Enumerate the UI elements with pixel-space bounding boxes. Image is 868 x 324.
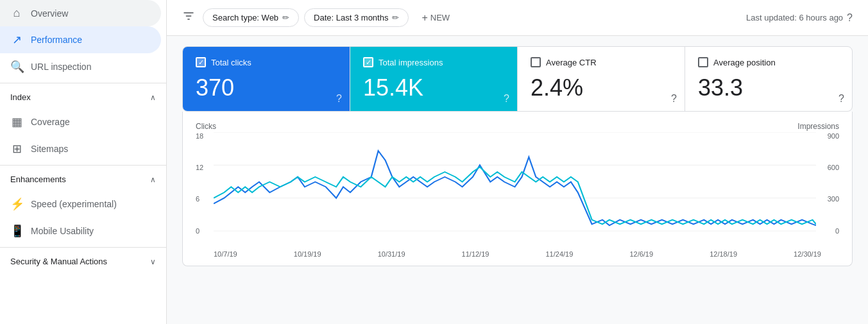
- home-icon: ⌂: [10, 6, 23, 20]
- metric-ctr-header: Average CTR: [531, 57, 672, 67]
- sidebar-item-label: Sitemaps: [31, 144, 68, 154]
- sidebar-item-label: URL inspection: [31, 62, 91, 72]
- y-axis-left-label: Clicks: [196, 122, 216, 131]
- sidebar-item-mobile-usability[interactable]: 📱 Mobile Usability: [0, 217, 161, 244]
- last-updated-info: Last updated: 6 hours ago ?: [746, 12, 853, 24]
- main-content: Search type: Web ✏ Date: Last 3 months ✏…: [167, 0, 868, 324]
- clicks-label: Total clicks: [211, 58, 251, 67]
- chevron-up-icon-2: ∧: [150, 175, 156, 184]
- sidebar-item-overview[interactable]: ⌂ Overview: [0, 0, 161, 26]
- sidebar-item-speed[interactable]: ⚡ Speed (experimental): [0, 191, 161, 217]
- search-type-button[interactable]: Search type: Web ✏: [203, 8, 299, 27]
- sidebar-item-label: Mobile Usability: [31, 226, 94, 236]
- search-icon: 🔍: [10, 60, 23, 74]
- sidebar-item-label: Coverage: [31, 117, 70, 127]
- topbar: Search type: Web ✏ Date: Last 3 months ✏…: [167, 0, 868, 36]
- trending-icon: ↗: [10, 33, 23, 47]
- x-label-4: 11/12/19: [462, 250, 489, 258]
- y-right-300: 300: [819, 195, 839, 203]
- x-label-5: 11/24/19: [546, 250, 574, 258]
- x-label-8: 12/30/19: [794, 250, 821, 258]
- chart-container: Clicks Impressions 18 12 6 0 900 600 300…: [182, 112, 853, 266]
- metric-card-clicks[interactable]: ✓ Total clicks 370 ?: [183, 47, 350, 111]
- chevron-up-icon: ∧: [150, 93, 156, 102]
- sidebar-item-label: Performance: [31, 35, 82, 45]
- y-right-600: 600: [819, 164, 839, 171]
- metric-card-impressions[interactable]: ✓ Total impressions 15.4K ?: [350, 47, 518, 111]
- clicks-help-icon[interactable]: ?: [336, 93, 342, 105]
- metric-impressions-header: ✓ Total impressions: [363, 57, 504, 67]
- position-label: Average position: [713, 58, 776, 67]
- impressions-help-icon[interactable]: ?: [504, 93, 509, 105]
- divider-3: [0, 247, 166, 248]
- performance-chart: [214, 132, 816, 232]
- coverage-icon: ▦: [10, 115, 23, 129]
- y-left-6: 6: [196, 195, 211, 203]
- section-enhancements-label: Enhancements: [10, 175, 66, 184]
- y-left-18: 18: [196, 132, 211, 140]
- position-help-icon[interactable]: ?: [838, 93, 844, 105]
- metric-card-position[interactable]: Average position 33.3 ?: [685, 47, 852, 111]
- edit-date-icon: ✏: [392, 13, 399, 22]
- speed-icon: ⚡: [10, 197, 23, 211]
- x-label-1: 10/7/19: [214, 250, 237, 258]
- metric-cards: ✓ Total clicks 370 ? ✓ Total impressions…: [182, 46, 853, 112]
- clicks-value: 370: [196, 75, 337, 101]
- divider-1: [0, 83, 166, 83]
- date-range-button[interactable]: Date: Last 3 months ✏: [304, 8, 409, 27]
- impressions-line: [214, 167, 816, 224]
- clicks-line: [214, 151, 816, 225]
- ctr-checkbox[interactable]: [531, 57, 541, 67]
- sidebar-item-label: Overview: [31, 8, 68, 19]
- impressions-label: Total impressions: [379, 58, 443, 67]
- sidebar-item-performance[interactable]: ↗ Performance: [0, 26, 161, 53]
- y-axis-right-label: Impressions: [797, 122, 839, 131]
- date-range-label: Date: Last 3 months: [314, 13, 388, 22]
- last-updated-text: Last updated: 6 hours ago: [746, 13, 843, 22]
- sidebar-item-label: Speed (experimental): [31, 199, 117, 209]
- metric-position-header: Average position: [698, 57, 839, 67]
- chart-wrapper: 18 12 6 0 900 600 300 0: [196, 132, 839, 248]
- divider-2: [0, 165, 166, 166]
- chart-x-labels: 10/7/19 10/19/19 10/31/19 11/12/19 11/24…: [196, 250, 839, 258]
- plus-icon: +: [421, 12, 427, 24]
- impressions-value: 15.4K: [363, 75, 504, 101]
- sidebar-item-coverage[interactable]: ▦ Coverage: [0, 108, 161, 135]
- new-label: NEW: [430, 13, 450, 22]
- ctr-label: Average CTR: [546, 58, 597, 67]
- filter-icon[interactable]: [182, 10, 195, 26]
- y-left-0: 0: [196, 227, 211, 235]
- search-type-label: Search type: Web: [212, 13, 278, 22]
- metric-clicks-header: ✓ Total clicks: [196, 57, 337, 67]
- sidebar: ⌂ Overview ↗ Performance 🔍 URL inspectio…: [0, 0, 167, 324]
- new-filter-button[interactable]: + NEW: [414, 8, 457, 28]
- sidebar-section-security[interactable]: Security & Manual Actions ∨: [0, 250, 166, 273]
- impressions-checkbox[interactable]: ✓: [363, 57, 373, 67]
- x-label-7: 12/18/19: [710, 250, 737, 258]
- section-security-label: Security & Manual Actions: [10, 257, 107, 266]
- sidebar-item-url-inspection[interactable]: 🔍 URL inspection: [0, 53, 161, 80]
- x-label-3: 10/31/19: [378, 250, 405, 258]
- edit-search-type-icon: ✏: [282, 13, 289, 22]
- mobile-icon: 📱: [10, 224, 23, 238]
- ctr-value: 2.4%: [531, 75, 672, 101]
- y-right-900: 900: [819, 132, 839, 140]
- y-right-0: 0: [819, 227, 839, 235]
- sidebar-item-sitemaps[interactable]: ⊞ Sitemaps: [0, 135, 161, 162]
- x-label-2: 10/19/19: [294, 250, 321, 258]
- help-icon[interactable]: ?: [847, 12, 853, 24]
- dashboard: ✓ Total clicks 370 ? ✓ Total impressions…: [167, 36, 868, 324]
- position-checkbox[interactable]: [698, 57, 708, 67]
- clicks-checkbox[interactable]: ✓: [196, 57, 206, 67]
- sitemaps-icon: ⊞: [10, 142, 23, 156]
- position-value: 33.3: [698, 75, 839, 101]
- sidebar-section-enhancements[interactable]: Enhancements ∧: [0, 168, 166, 191]
- x-label-6: 12/6/19: [629, 250, 653, 258]
- ctr-help-icon[interactable]: ?: [671, 93, 677, 105]
- y-left-12: 12: [196, 164, 211, 171]
- sidebar-section-index[interactable]: Index ∧: [0, 86, 166, 108]
- metric-card-ctr[interactable]: Average CTR 2.4% ?: [518, 47, 685, 111]
- chevron-down-icon: ∨: [150, 257, 156, 266]
- section-index-label: Index: [10, 92, 31, 102]
